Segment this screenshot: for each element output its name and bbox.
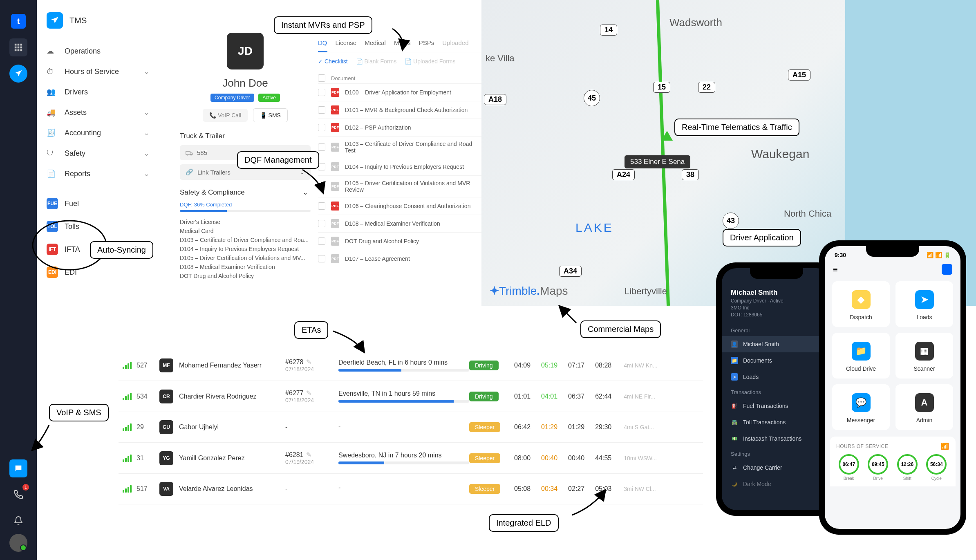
mobile-nav-documents[interactable]: 📁Documents (722, 352, 831, 369)
document-row[interactable]: PDFD108 – Medical Examiner Verification (318, 215, 481, 232)
dqf-toolbar-blank-forms[interactable]: 📄 Blank Forms (356, 58, 396, 65)
dqf-toolbar-uploaded-forms[interactable]: 📄 Uploaded Forms (405, 58, 455, 65)
mobile-nav-toll[interactable]: 🛣️Toll Transactions (722, 414, 831, 430)
menu-icon[interactable]: ≡ (833, 265, 838, 274)
pdf-icon: PDF (331, 202, 339, 211)
mobile-nav-loads[interactable]: ➤Loads (722, 369, 831, 385)
edit-icon[interactable]: ✎ (306, 451, 311, 459)
dispatch-row[interactable]: 31YGYamill Gonzalez Perez#6281 ✎07/19/20… (119, 443, 703, 474)
sidebar-item-drivers[interactable]: 👥Drivers (37, 82, 159, 102)
doc-checkbox[interactable] (318, 89, 325, 96)
doc-checkbox[interactable] (318, 220, 325, 227)
document-row[interactable]: PDFD101 – MVR & Background Check Authori… (318, 101, 481, 119)
edit-icon[interactable]: ✎ (306, 389, 311, 397)
doc-checkbox[interactable] (318, 183, 325, 190)
sidebar-item-tolls[interactable]: TOLTolls (37, 215, 159, 238)
safety-compliance-header[interactable]: Safety & Compliance ⌄ (180, 188, 311, 197)
sidebar-item-safety[interactable]: 🛡Safety⌄ (37, 143, 159, 164)
nav-icon: ☁ (47, 47, 58, 56)
compliance-item[interactable]: DOT Drug and Alcohol Policy (180, 271, 311, 280)
document-row[interactable]: PDFD102 – PSP Authorization (318, 119, 481, 136)
compliance-item[interactable]: Driver's License (180, 217, 311, 226)
eta-text: - (338, 484, 469, 491)
pdf-icon: PDF (331, 123, 339, 132)
sidebar-item-assets[interactable]: 🚚Assets⌄ (37, 102, 159, 123)
compliance-item[interactable]: D103 – Certificate of Driver Compliance … (180, 235, 311, 244)
map-address-marker[interactable]: 533 Elner E Sena (625, 155, 690, 168)
compliance-item[interactable]: Medical Card (180, 226, 311, 235)
hos-dial-shift: 12:26Shift (895, 454, 920, 481)
tile-icon: 📁 (852, 342, 871, 361)
sms-button[interactable]: 📱 SMS (253, 108, 288, 122)
mobile-nav-fuel[interactable]: ⛽Fuel Transactions (722, 398, 831, 414)
user-avatar[interactable] (9, 534, 27, 552)
app-tile-admin[interactable]: AAdmin (895, 384, 953, 430)
svg-rect-4 (18, 47, 20, 49)
dqf-toolbar-checklist[interactable]: ✓ Checklist (318, 58, 348, 65)
document-row[interactable]: PDFD103 – Certificate of Driver Complian… (318, 136, 481, 158)
phone-icon[interactable]: 1 (9, 486, 27, 504)
sidebar-item-accounting[interactable]: 🧾Accounting⌄ (37, 123, 159, 143)
location-icon[interactable] (9, 65, 27, 83)
document-row[interactable]: PDFDOT Drug and Alcohol Policy (318, 232, 481, 250)
compliance-item[interactable]: D105 – Driver Certification of Violation… (180, 253, 311, 262)
document-row[interactable]: PDFD104 – Inquiry to Previous Employers … (318, 158, 481, 175)
app-tile-messenger[interactable]: 💬Messenger (832, 384, 890, 430)
bell-icon[interactable] (9, 512, 27, 530)
load-date: 07/19/2024 (285, 459, 338, 465)
sidebar-item-hours-of-service[interactable]: ⏱Hours of Service⌄ (37, 61, 159, 82)
vehicle-marker-icon (661, 131, 673, 141)
mobile-nav-darkmode[interactable]: 🌙Dark Mode (722, 476, 831, 492)
sidebar-item-fuel[interactable]: FUEFuel (37, 192, 159, 215)
doc-checkbox[interactable] (318, 106, 325, 114)
document-row[interactable]: PDFD106 – Clearinghouse Consent and Auth… (318, 197, 481, 215)
chat-icon[interactable] (9, 459, 27, 477)
compliance-item[interactable]: D104 – Inquiry to Previous Employers Req… (180, 244, 311, 253)
compliance-item[interactable]: D108 – Medical Examiner Verification (180, 262, 311, 271)
doc-checkbox[interactable] (318, 202, 325, 210)
dispatch-row[interactable]: 29GUGabor Ujhelyi--Sleeper06:4201:2901:2… (119, 412, 703, 443)
driver-name-cell: Gabor Ujhelyi (179, 423, 285, 431)
dispatch-row[interactable]: 517VAVelarde Alvarez Leonidas--Sleeper05… (119, 474, 703, 504)
app-tile-dispatch[interactable]: ◆Dispatch (832, 281, 890, 327)
dispatch-row[interactable]: 527MFMohamed Fernandez Yaserr#6278 ✎07/1… (119, 350, 703, 381)
document-row[interactable]: PDFD100 – Driver Application for Employm… (318, 83, 481, 101)
select-all-checkbox[interactable] (318, 74, 325, 82)
dispatch-row[interactable]: 534CRChardier Rivera Rodriguez#6277 ✎07/… (119, 381, 703, 412)
mobile-nav-instacash[interactable]: 💵Instacash Transactions (722, 430, 831, 447)
nav-icon: ⏱ (47, 67, 58, 76)
doc-checkbox[interactable] (318, 237, 325, 245)
doc-checkbox[interactable] (318, 124, 325, 131)
dqf-tab-medical[interactable]: Medical (365, 39, 386, 49)
sidebar-item-edi[interactable]: EDIEDI (37, 261, 159, 284)
doc-checkbox[interactable] (318, 255, 325, 262)
sidebar-item-reports[interactable]: 📄Reports⌄ (37, 164, 159, 184)
svg-rect-7 (18, 49, 20, 52)
dqf-tab-uploaded[interactable]: Uploaded (442, 39, 468, 49)
rail-logo[interactable]: t (9, 12, 27, 30)
voip-call-button[interactable]: 📞 VoIP Call (203, 109, 248, 122)
mobile-nav-profile[interactable]: 👤Michael Smith (722, 336, 831, 352)
integration-icon: IFT (47, 244, 58, 255)
dqf-tab-mvrs[interactable]: MVRs (394, 39, 411, 49)
tile-icon: 💬 (852, 393, 871, 412)
dqf-tab-license[interactable]: License (336, 39, 357, 49)
eta-text: Swedesboro, NJ in 7 hours 20 mins (338, 452, 469, 459)
grid-icon[interactable] (9, 38, 27, 56)
mobile-nav-carrier[interactable]: ⇄Change Carrier (722, 459, 831, 476)
hos-times: 06:4201:2901:2929:30 (514, 423, 611, 431)
dqf-tab-dq[interactable]: DQ (318, 39, 327, 52)
app-tile-loads[interactable]: ➤Loads (895, 281, 953, 327)
doc-checkbox[interactable] (318, 163, 325, 170)
load-number: #6281 ✎ (285, 451, 338, 459)
dqf-tab-psps[interactable]: PSPs (419, 39, 434, 49)
edit-icon[interactable]: ✎ (306, 358, 311, 366)
signal-icon (123, 393, 132, 400)
pdf-icon: PDF (331, 143, 339, 152)
app-tile-scanner[interactable]: ▦Scanner (895, 333, 953, 379)
document-row[interactable]: PDFD107 – Lease Agreement (318, 250, 481, 267)
app-tile-cloud-drive[interactable]: 📁Cloud Drive (832, 333, 890, 379)
document-row[interactable]: PDFD105 – Driver Certification of Violat… (318, 175, 481, 197)
doc-checkbox[interactable] (318, 143, 325, 151)
sidebar-item-operations[interactable]: ☁Operations (37, 41, 159, 61)
